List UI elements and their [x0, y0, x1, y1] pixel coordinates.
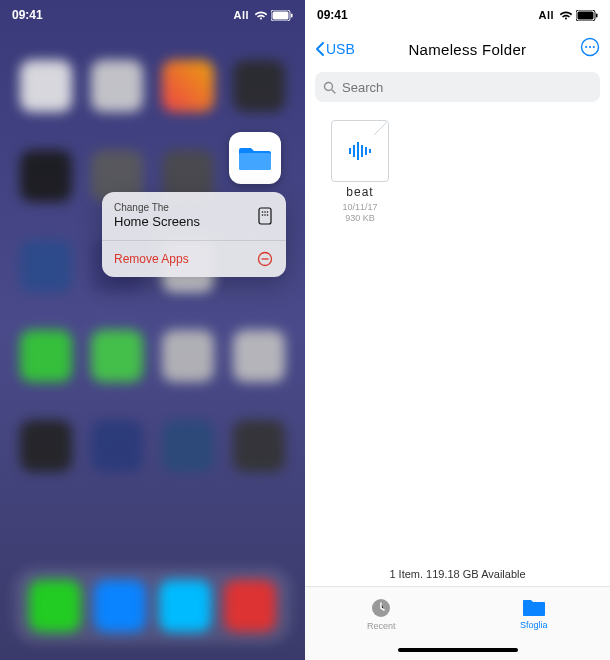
svg-rect-14 — [596, 13, 598, 17]
back-label: USB — [326, 41, 355, 57]
svg-rect-24 — [361, 145, 363, 157]
svg-point-6 — [267, 211, 269, 213]
file-grid: beat 10/11/17 930 KB — [305, 112, 610, 562]
chevron-left-icon — [315, 41, 325, 57]
file-meta: 10/11/17 930 KB — [342, 202, 377, 224]
status-icons: All — [538, 9, 598, 21]
svg-point-17 — [589, 46, 591, 48]
tab-browse[interactable]: Sfoglia — [458, 587, 611, 640]
svg-point-16 — [585, 46, 587, 48]
files-app-right: 09:41 All USB Nameless Folder — [305, 0, 610, 660]
folder-icon — [238, 144, 272, 172]
tab-browse-label: Sfoglia — [520, 620, 548, 630]
folder-icon — [522, 598, 546, 618]
file-date: 10/11/17 — [342, 202, 377, 213]
status-bar: 09:41 All — [0, 0, 305, 30]
status-icons: All — [233, 9, 293, 21]
svg-point-18 — [593, 46, 595, 48]
files-app-icon[interactable] — [229, 132, 281, 184]
file-name: beat — [346, 185, 373, 199]
battery-icon — [271, 10, 293, 21]
svg-point-19 — [325, 82, 333, 90]
context-menu-remove-apps[interactable]: Remove Apps — [102, 240, 286, 277]
phone-grid-icon — [256, 207, 274, 225]
ellipsis-circle-icon — [580, 37, 600, 57]
file-size: 930 KB — [342, 213, 377, 224]
home-screen-left: 09:41 All Change The Home Screens — [0, 0, 305, 660]
svg-rect-13 — [578, 11, 594, 19]
search-input[interactable] — [342, 80, 592, 95]
carrier-label: All — [233, 9, 249, 21]
svg-rect-21 — [349, 148, 351, 154]
back-button[interactable]: USB — [315, 41, 355, 57]
file-thumbnail — [331, 120, 389, 182]
more-button[interactable] — [580, 37, 600, 61]
file-item[interactable]: beat 10/11/17 930 KB — [319, 120, 401, 224]
svg-point-5 — [264, 211, 266, 213]
svg-rect-25 — [365, 147, 367, 155]
context-menu-line2: Home Screens — [114, 214, 200, 230]
carrier-label: All — [538, 9, 554, 21]
search-bar[interactable] — [315, 72, 600, 102]
battery-icon — [576, 10, 598, 21]
tab-bar: Recent Sfoglia — [305, 586, 610, 640]
status-time: 09:41 — [317, 8, 348, 22]
svg-rect-2 — [291, 13, 293, 17]
svg-rect-23 — [357, 142, 359, 160]
svg-point-4 — [262, 211, 264, 213]
home-indicator[interactable] — [305, 640, 610, 660]
search-icon — [323, 81, 336, 94]
svg-point-8 — [264, 214, 266, 216]
dock-blurred — [14, 568, 291, 644]
wifi-icon — [254, 10, 268, 20]
storage-footer: 1 Item. 119.18 GB Available — [305, 562, 610, 586]
tab-recent-label: Recent — [367, 621, 396, 631]
context-menu-remove-label: Remove Apps — [114, 252, 189, 266]
svg-point-7 — [262, 214, 264, 216]
status-time: 09:41 — [12, 8, 43, 22]
minus-circle-icon — [256, 251, 274, 267]
svg-point-9 — [267, 214, 269, 216]
status-bar: 09:41 All — [305, 0, 610, 30]
tab-recent[interactable]: Recent — [305, 587, 458, 640]
svg-rect-3 — [259, 208, 271, 224]
nav-title: Nameless Folder — [408, 41, 526, 58]
context-menu-line1: Change The — [114, 202, 200, 214]
context-menu-change-home[interactable]: Change The Home Screens — [102, 192, 286, 240]
svg-line-20 — [332, 90, 335, 93]
svg-rect-1 — [273, 11, 289, 19]
audio-waveform-icon — [346, 137, 374, 165]
svg-rect-22 — [353, 145, 355, 157]
wifi-icon — [559, 10, 573, 20]
clock-icon — [370, 597, 392, 619]
nav-bar: USB Nameless Folder — [305, 30, 610, 68]
svg-rect-26 — [369, 149, 371, 153]
context-menu: Change The Home Screens Remove Apps — [102, 192, 286, 277]
